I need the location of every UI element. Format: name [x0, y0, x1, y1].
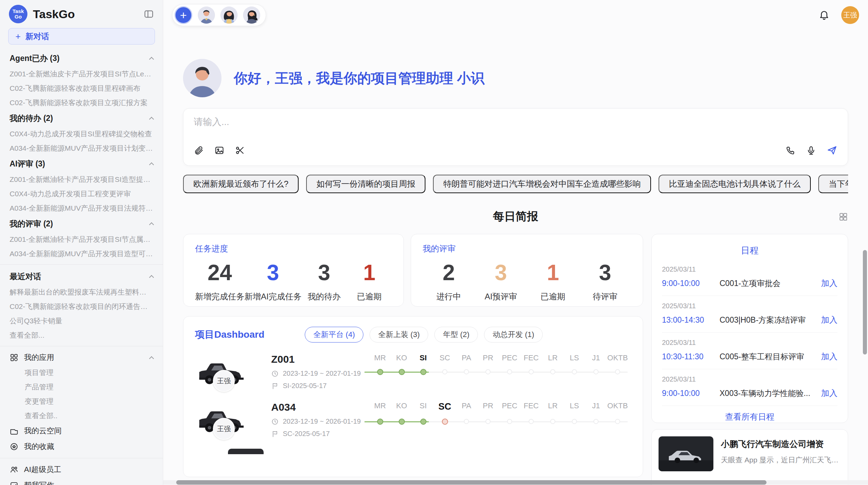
- list-item[interactable]: C02-飞腾新能源轻客改款项目里程碑画布: [0, 81, 163, 96]
- schedule-item: 2025/03/11 13:00-14:30 C003|H0B-方案冻结评审 加…: [662, 296, 837, 333]
- sidebar-item-project-mgmt[interactable]: 项目管理: [0, 365, 163, 380]
- sidebar: Task Go TaskGo + 新对话 Agent已办 (3) Z001-全新…: [0, 0, 163, 485]
- stat-label: 新增AI完成任务: [244, 291, 302, 302]
- cloud-drive-icon: [10, 426, 19, 435]
- news-snippet: 天眼查 App 显示，近日广州汇天飞行汽...: [721, 455, 841, 465]
- milestone-labels: MR KO SI SC PA PR PEC FEC LR LS: [369, 353, 630, 362]
- section-agent-done[interactable]: Agent已办 (3): [0, 50, 163, 67]
- people-icon: [10, 465, 19, 474]
- milestone-dot: [529, 419, 534, 424]
- section-recent-chats[interactable]: 最近对话: [0, 268, 163, 285]
- milestone-track: MR KO SI SC PA PR PEC FEC LR LS: [369, 401, 630, 430]
- sidebar-item-my-apps[interactable]: 我的应用: [0, 350, 163, 365]
- notification-bell-icon[interactable]: [819, 10, 830, 21]
- milestone-dot: [615, 419, 620, 424]
- section-my-todo[interactable]: 我的待办 (2): [0, 110, 163, 127]
- list-item[interactable]: Z001-全新燃油轻卡产品开发项目SI节点属性5D文件评审: [0, 232, 163, 247]
- list-item[interactable]: A034-全新新能源MUV产品开发项目计划变更表编写: [0, 141, 163, 156]
- schedule-name: C001-立项审批会: [720, 278, 816, 289]
- new-chat-button[interactable]: + 新对话: [8, 28, 155, 45]
- avatar[interactable]: [220, 7, 238, 24]
- milestone-label: SI: [412, 401, 434, 412]
- add-member-button[interactable]: +: [174, 6, 192, 24]
- tab-new-body[interactable]: 全新上装 (3): [370, 327, 428, 343]
- news-card[interactable]: 小鹏飞行汽车制造公司增资 天眼查 App 显示，近日广州汇天飞行汽...: [651, 429, 848, 485]
- avatar[interactable]: [198, 7, 215, 24]
- send-icon[interactable]: [827, 145, 837, 157]
- project-row[interactable]: 王强 A034 2023-12-19 ~ 2026-01-19: [195, 401, 631, 438]
- attachment-icon[interactable]: [194, 145, 204, 157]
- task-progress-card: 任务进度 24 新增完成任务 3 新增AI完成任务: [183, 234, 404, 307]
- stats-row: 任务进度 24 新增完成任务 3 新增AI完成任务: [183, 234, 643, 307]
- sidebar-item-cloud-space[interactable]: 我的云空间: [0, 423, 163, 439]
- milestone-dot: [442, 369, 447, 374]
- stat-value: 3: [475, 259, 527, 286]
- milestone-dot: [593, 369, 599, 374]
- project-owner-badge: 王强: [213, 370, 235, 392]
- join-link[interactable]: 加入: [821, 388, 837, 399]
- chat-input[interactable]: [194, 117, 837, 127]
- milestone-dot-done: [377, 419, 383, 425]
- list-item[interactable]: A034-全新新能源MUV产品开发项目法规符合性评审: [0, 201, 163, 215]
- image-upload-icon[interactable]: [214, 145, 225, 157]
- schedule-title: 日程: [662, 245, 837, 257]
- list-item[interactable]: 公司Q3轻卡销量: [0, 314, 163, 328]
- vertical-scrollbar-thumb[interactable]: [863, 250, 867, 355]
- suggestion-chip[interactable]: 比亚迪全固态电池计划具体说了什么: [659, 175, 811, 193]
- divider: [0, 346, 163, 346]
- view-all-chats-link[interactable]: 查看全部...: [0, 328, 163, 343]
- schedule-item: 2025/03/11 9:00-10:00 C001-立项审批会 加入: [662, 259, 837, 296]
- milestone-label-current: SI: [412, 353, 434, 362]
- milestone-dot: [529, 369, 534, 374]
- milestone-label: PR: [477, 353, 499, 362]
- sidebar-item-help-write[interactable]: 帮我写作: [0, 477, 163, 485]
- voice-call-icon[interactable]: [785, 145, 796, 157]
- suggestion-chip[interactable]: 如何写一份清晰的项目周报: [306, 175, 425, 193]
- sidebar-item-ai-staff[interactable]: AI超级员工: [0, 462, 163, 477]
- list-item[interactable]: Z001-全新燃油轻卡产品开发项目SI造型提交物评审: [0, 172, 163, 187]
- apps-grid-icon: [10, 353, 19, 362]
- section-ai-review[interactable]: AI评审 (3): [0, 156, 163, 172]
- app-root: Task Go TaskGo + 新对话 Agent已办 (3) Z001-全新…: [0, 0, 868, 485]
- view-all-schedule-link[interactable]: 查看所有日程: [662, 406, 837, 423]
- layout-grid-icon[interactable]: [839, 212, 848, 222]
- tab-year-model[interactable]: 年型 (2): [434, 327, 478, 343]
- daily-brief-title: 每日简报: [493, 209, 538, 224]
- list-item[interactable]: C0X4-动力总成开发项目工程变更评审: [0, 187, 163, 201]
- screenshot-scissors-icon[interactable]: [235, 145, 245, 157]
- list-item[interactable]: C02-飞腾新能源轻客改款项目立项汇报方案: [0, 96, 163, 110]
- milestone-label: LR: [542, 401, 564, 412]
- user-avatar[interactable]: 王强: [841, 6, 859, 24]
- suggestion-chip[interactable]: 当下年轻人对汽车外观有怎样的喜好趋势: [818, 175, 848, 193]
- join-link[interactable]: 加入: [821, 351, 837, 362]
- sidebar-item-change-mgmt[interactable]: 变更管理: [0, 394, 163, 409]
- milestone-dot: [485, 419, 491, 424]
- list-item[interactable]: C02-飞腾新能源轻客改款项目的闭环通告反馈情况: [0, 299, 163, 314]
- stat: 1 已逾期: [527, 259, 579, 302]
- join-link[interactable]: 加入: [821, 278, 837, 289]
- sidebar-collapse-icon[interactable]: [144, 9, 154, 19]
- chevron-up-icon: [149, 57, 154, 62]
- section-my-review[interactable]: 我的评审 (2): [0, 215, 163, 232]
- avatar[interactable]: [243, 7, 260, 24]
- microphone-icon[interactable]: [806, 145, 816, 157]
- sidebar-item-product-mgmt[interactable]: 产品管理: [0, 380, 163, 394]
- logo-text-bottom: Go: [15, 14, 22, 20]
- stat-label: 进行中: [423, 291, 475, 302]
- join-link[interactable]: 加入: [821, 314, 837, 325]
- view-all-apps-link[interactable]: 查看全部..: [0, 409, 163, 423]
- project-info: A034 2023-12-19 ~ 2026-01-19 SC-2025-05-…: [271, 401, 353, 438]
- sidebar-item-favorites[interactable]: 我的收藏: [0, 439, 163, 455]
- list-item[interactable]: A034-全新新能源MUV产品开发项目造型可行性评审: [0, 247, 163, 261]
- list-item[interactable]: 解释最新出台的欧盟报废车法规再生塑料比例被调至15%...: [0, 285, 163, 299]
- list-item[interactable]: C0X4-动力总成开发项目SI里程碑提交物检查: [0, 127, 163, 141]
- list-item[interactable]: Z001-全新燃油皮卡产品开发项目SI节点Lesson Learn报告: [0, 67, 163, 81]
- dashboard-header: 项目Dashboard 全新平台 (4) 全新上装 (3) 年型 (2) 动总开…: [195, 327, 631, 343]
- project-row[interactable]: 王强 Z001 2023-12-19 ~ 2027-01-19: [195, 353, 631, 390]
- tab-new-platform[interactable]: 全新平台 (4): [305, 327, 363, 343]
- horizontal-scrollbar-thumb[interactable]: [176, 480, 767, 485]
- suggestion-chip[interactable]: 特朗普可能对进口汽车增税会对中国车企造成哪些影响: [433, 175, 651, 193]
- tab-powertrain[interactable]: 动总开发 (1): [484, 327, 543, 343]
- milestone-label: PA: [456, 401, 477, 412]
- suggestion-chip[interactable]: 欧洲新规最近颁布了什么?: [183, 175, 299, 193]
